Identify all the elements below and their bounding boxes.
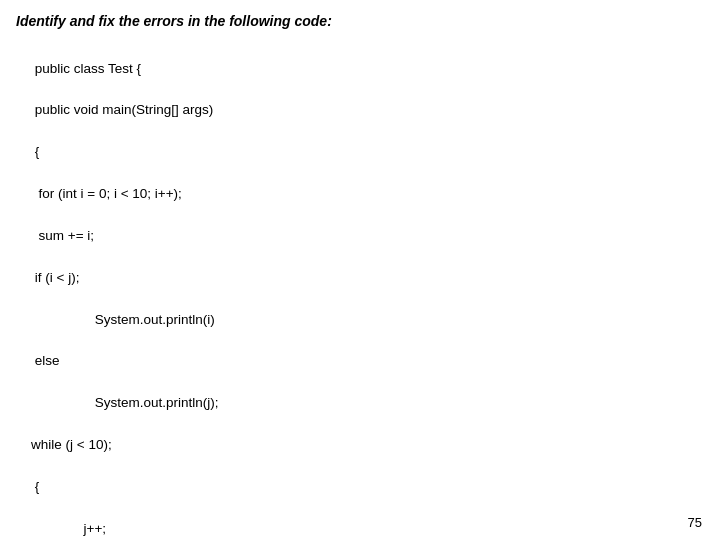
code-line-6: if (i < j); (31, 270, 79, 285)
code-line-12: j++; (31, 521, 106, 536)
page-number: 75 (688, 515, 702, 530)
code-block: public class Test { public void main(Str… (16, 38, 704, 540)
page-container: Identify and fix the errors in the follo… (0, 0, 720, 540)
code-line-1: public class Test { (31, 61, 141, 76)
instruction-text: Identify and fix the errors in the follo… (16, 12, 704, 32)
code-line-4: for (int i = 0; i < 10; i++); (31, 186, 182, 201)
code-line-11: { (31, 479, 39, 494)
code-line-10: while (j < 10); (31, 437, 112, 452)
code-line-3: { (31, 144, 39, 159)
code-line-2: public void main(String[] args) (31, 102, 213, 117)
code-line-9: System.out.println(j); (31, 395, 219, 410)
code-line-7: System.out.println(i) (31, 312, 215, 327)
code-line-5: sum += i; (31, 228, 94, 243)
code-line-8: else (31, 353, 60, 368)
